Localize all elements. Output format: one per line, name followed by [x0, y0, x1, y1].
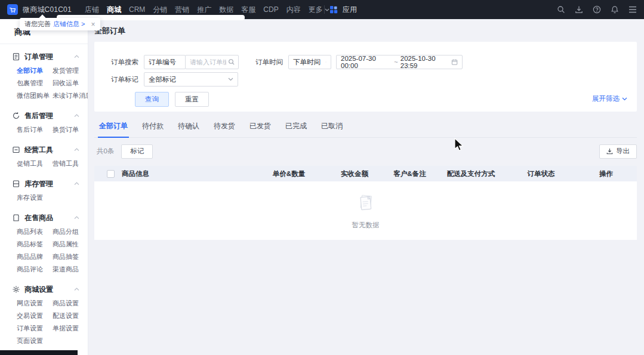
mark-label: 订单标记 [111, 75, 138, 84]
sidebar-section-mall-settings[interactable]: 商城设置 [0, 282, 88, 297]
nav-item-promotion[interactable]: 推广 [197, 5, 211, 15]
nav-item-cdp[interactable]: CDP [263, 5, 278, 14]
order-status-tabs: 全部订单 待付款 待确认 待发货 已发货 已完成 已取消 [94, 119, 637, 138]
tab-pending-confirm[interactable]: 待确认 [177, 119, 201, 137]
tooltip-text: 请您完善 [24, 20, 51, 29]
search-icon[interactable] [557, 5, 565, 14]
inventory-icon [12, 180, 20, 188]
help-icon[interactable] [593, 5, 601, 14]
search-icon[interactable] [228, 58, 235, 66]
nav-item-service[interactable]: 客服 [241, 5, 255, 15]
nav-item-mall[interactable]: 商城 [107, 5, 121, 15]
col-paid-amount: 实收金额 [325, 169, 384, 178]
sidebar: 商城 订单管理 全部订单 发货管理 包裹管理 回收运单 微信团购单 未读订单消息… [0, 19, 88, 355]
export-download-icon [606, 148, 613, 155]
nav-item-crm[interactable]: CRM [129, 5, 145, 14]
close-icon[interactable]: × [91, 21, 95, 28]
page-title: 全部订单 [88, 19, 644, 36]
expand-filters-toggle[interactable]: 展开筛选 [592, 94, 627, 103]
download-icon[interactable] [575, 5, 583, 14]
sidebar-section-products[interactable]: 在售商品 [0, 210, 88, 226]
tab-pending-ship[interactable]: 待发货 [212, 119, 236, 137]
result-count: 共0条 [97, 147, 114, 156]
tab-shipped[interactable]: 已发货 [248, 119, 272, 137]
sidebar-item-product-settings[interactable]: 商品设置 [53, 297, 88, 310]
sidebar-item-page-settings[interactable]: 页面设置 [17, 335, 53, 347]
sidebar-item-product-brands[interactable]: 商品品牌 [17, 251, 53, 263]
sidebar-section-aftersale[interactable]: 售后管理 [0, 108, 88, 124]
settings-icon [12, 285, 20, 294]
table-header: 商品信息 单价&数量 实收金额 客户&备注 配送及支付方式 订单状态 操作 [94, 166, 637, 181]
store-info-link[interactable]: 店铺信息 > [53, 20, 85, 29]
col-order-status: 订单状态 [507, 169, 575, 178]
order-mark-select[interactable]: 全部标记 [144, 72, 238, 87]
bell-icon[interactable] [611, 5, 619, 14]
sidebar-item-channel-products[interactable]: 渠道商品 [53, 263, 88, 276]
brand-name: 微商城C01C01 [23, 5, 72, 15]
chevron-up-icon [74, 216, 79, 220]
sidebar-item-receipt-settings[interactable]: 单据设置 [53, 322, 88, 335]
menu-icon[interactable] [628, 6, 637, 13]
apps-label[interactable]: 应用 [343, 5, 357, 15]
chevron-up-icon [74, 288, 79, 291]
query-button[interactable]: 查询 [135, 92, 169, 107]
list-toolbar: 共0条 标记 导出 [94, 144, 637, 159]
sidebar-item-delivery-settings[interactable]: 配送设置 [53, 310, 88, 322]
sidebar-item-trade-settings[interactable]: 交易设置 [17, 310, 53, 322]
tab-completed[interactable]: 已完成 [284, 119, 308, 137]
taskbar-fragment [0, 350, 78, 355]
nav-item-distribution[interactable]: 分销 [153, 5, 167, 15]
nav-item-data[interactable]: 数据 [219, 5, 233, 15]
tab-cancelled[interactable]: 已取消 [320, 119, 344, 137]
sidebar-item-groupbuy-orders[interactable]: 微信团购单 [17, 89, 53, 102]
sidebar-section-biz-tools[interactable]: 经营工具 [0, 142, 88, 158]
apps-grid-icon[interactable] [329, 5, 338, 14]
app-logo-icon[interactable] [7, 4, 18, 15]
sidebar-item-product-lottery[interactable]: 商品抽签 [53, 251, 88, 263]
empty-state-text: 暂无数据 [352, 221, 380, 230]
sidebar-item-product-tags[interactable]: 商品标签 [17, 238, 53, 251]
date-from: 2025-07-30 00:00 [341, 55, 392, 69]
tab-pending-payment[interactable]: 待付款 [141, 119, 165, 137]
sidebar-item-inventory-settings[interactable]: 库存设置 [17, 192, 53, 204]
reset-button[interactable]: 重置 [175, 92, 209, 107]
sidebar-item-product-list[interactable]: 商品列表 [17, 226, 53, 238]
products-icon [12, 214, 20, 222]
empty-state-icon [356, 192, 376, 216]
sidebar-item-package-mgmt[interactable]: 包裹管理 [17, 77, 53, 89]
sidebar-item-exchange-orders[interactable]: 换货订单 [53, 124, 88, 136]
search-label: 订单搜索 [111, 58, 138, 67]
sidebar-item-all-orders[interactable]: 全部订单 [17, 64, 53, 77]
nav-item-content[interactable]: 内容 [286, 5, 301, 15]
col-operation: 操作 [575, 169, 637, 178]
date-to: 2025-10-30 23:59 [400, 55, 451, 69]
store-info-tooltip: 请您完善 店铺信息 > × [20, 18, 100, 30]
nav-item-shop[interactable]: 店铺 [85, 5, 99, 15]
select-all-checkbox[interactable] [107, 170, 115, 178]
sidebar-item-promo-tools[interactable]: 促销工具 [17, 158, 53, 170]
sidebar-item-unread-order-msg[interactable]: 未读订单消息 [53, 89, 88, 102]
sidebar-item-aftersale-orders[interactable]: 售后订单 [17, 124, 53, 136]
sidebar-section-inventory[interactable]: 库存管理 [0, 176, 88, 192]
chevron-up-icon [74, 148, 79, 152]
sidebar-item-waybill-recycle[interactable]: 回收运单 [53, 77, 88, 89]
export-button[interactable]: 导出 [599, 144, 637, 159]
tab-all-orders[interactable]: 全部订单 [98, 119, 129, 138]
sidebar-item-store-settings[interactable]: 网店设置 [17, 297, 53, 310]
sidebar-item-product-reviews[interactable]: 商品评论 [17, 263, 53, 276]
chevron-up-icon [74, 55, 79, 58]
chevron-up-icon [74, 114, 79, 118]
topbar-divider [324, 5, 325, 14]
mark-button[interactable]: 标记 [121, 144, 153, 159]
sidebar-item-marketing-tools[interactable]: 营销工具 [53, 158, 88, 170]
date-range-picker[interactable]: 2025-07-30 00:00 ~ 2025-10-30 23:59 [336, 55, 463, 69]
tools-icon [12, 146, 20, 154]
time-type-select[interactable]: 下单时间 [288, 55, 331, 69]
nav-item-marketing[interactable]: 营销 [175, 5, 189, 15]
search-type-select[interactable]: 订单编号 [144, 55, 186, 69]
sidebar-section-order-mgmt[interactable]: 订单管理 [0, 49, 88, 64]
sidebar-item-product-groups[interactable]: 商品分组 [53, 226, 88, 238]
sidebar-item-product-attrs[interactable]: 商品属性 [53, 238, 88, 251]
sidebar-item-shipping-mgmt[interactable]: 发货管理 [53, 64, 88, 77]
sidebar-item-order-settings[interactable]: 订单设置 [17, 322, 53, 335]
